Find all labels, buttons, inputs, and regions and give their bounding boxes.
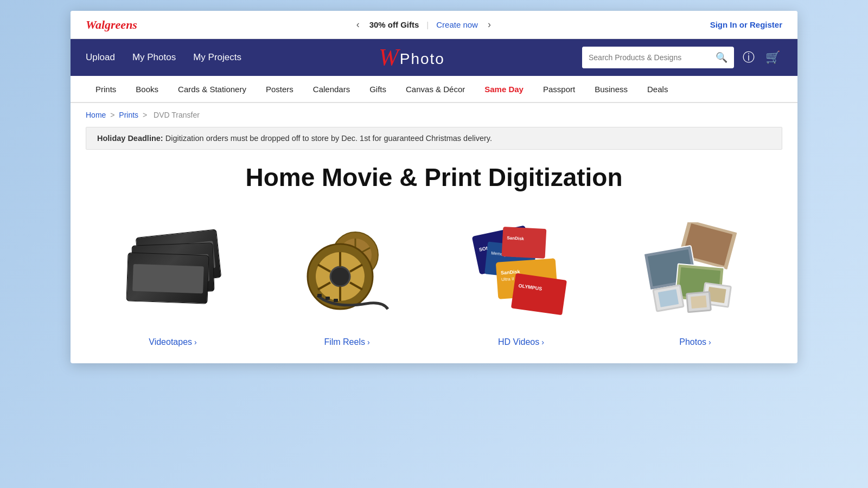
videotapes-arrow: ›: [194, 338, 197, 346]
nav-item-canvas[interactable]: Canvas & Décor: [396, 76, 475, 102]
product-videotapes[interactable]: Videotapes ›: [86, 211, 260, 363]
breadcrumb-home[interactable]: Home: [86, 111, 106, 119]
vhs-tape-3: [126, 252, 209, 304]
browser-window: Walgreens ‹ 30% off Gifts | Create now ›…: [71, 11, 797, 363]
nav-item-books[interactable]: Books: [126, 76, 168, 102]
nav-header: Upload My Photos My Projects W Photo 🔍 ⓘ…: [71, 39, 797, 76]
svg-text:Ultra II: Ultra II: [501, 277, 514, 282]
promo-prev-button[interactable]: ‹: [352, 18, 364, 31]
photos-arrow: ›: [709, 338, 711, 346]
videotapes-image: [86, 211, 260, 331]
nav-item-gifts[interactable]: Gifts: [360, 76, 396, 102]
search-input[interactable]: [582, 47, 709, 68]
videotapes-link[interactable]: Videotapes ›: [149, 337, 196, 363]
product-photos[interactable]: Photos ›: [608, 211, 782, 363]
svg-rect-28: [510, 273, 566, 316]
nav-item-same-day[interactable]: Same Day: [475, 76, 533, 102]
holiday-label: Holiday Deadline:: [97, 134, 163, 143]
nav-item-deals[interactable]: Deals: [637, 76, 678, 102]
promo-text: 30% off Gifts: [369, 20, 419, 29]
site-logo[interactable]: W Photo: [379, 46, 445, 69]
hero-title: Home Movie & Print Digitization: [71, 163, 797, 192]
svg-rect-39: [658, 289, 678, 307]
products-grid: Videotapes ›: [71, 211, 797, 363]
film-reels-image: [260, 211, 434, 331]
holiday-banner: Holiday Deadline: Digitization orders mu…: [86, 127, 782, 150]
promo-divider: |: [426, 20, 429, 29]
film-reels-link[interactable]: Film Reels ›: [324, 337, 369, 363]
breadcrumb-prints[interactable]: Prints: [119, 111, 138, 119]
hd-videos-arrow: ›: [541, 338, 544, 346]
sign-in-area: Sign In or Register: [710, 20, 782, 29]
sign-in-link[interactable]: Sign In or Register: [710, 20, 782, 29]
nav-item-posters[interactable]: Posters: [256, 76, 303, 102]
vhs-label-3: [133, 265, 203, 292]
product-film-reels[interactable]: Film Reels ›: [260, 211, 434, 363]
svg-rect-43: [691, 296, 707, 309]
logo-w: W: [379, 46, 399, 69]
film-reels-svg: [301, 225, 393, 317]
photos-svg: [644, 222, 747, 320]
help-icon[interactable]: ⓘ: [741, 47, 757, 68]
film-reels-arrow: ›: [367, 338, 370, 346]
svg-rect-19: [326, 297, 330, 300]
product-hd-videos[interactable]: SONY Memory Stick SanDisk Ultra II OLYMP…: [434, 211, 608, 363]
holiday-text: Digitization orders must be dropped off …: [165, 134, 492, 143]
search-button[interactable]: 🔍: [709, 47, 734, 68]
breadcrumb-sep1: >: [110, 111, 117, 119]
svg-rect-30: [501, 227, 546, 259]
breadcrumb-sep2: >: [143, 111, 149, 119]
svg-text:SanDisk: SanDisk: [507, 235, 525, 241]
breadcrumb: Home > Prints > DVD Transfer: [71, 103, 797, 127]
hd-videos-link[interactable]: HD Videos ›: [498, 337, 544, 363]
my-photos-link[interactable]: My Photos: [132, 52, 176, 63]
nav-left: Upload My Photos My Projects: [86, 52, 241, 63]
promo-link[interactable]: Create now: [436, 20, 478, 29]
my-projects-link[interactable]: My Projects: [193, 52, 241, 63]
main-nav: Prints Books Cards & Stationery Posters …: [71, 76, 797, 103]
cart-icon[interactable]: 🛒: [763, 48, 782, 67]
walgreens-logo: Walgreens: [86, 18, 137, 32]
nav-item-cards[interactable]: Cards & Stationery: [168, 76, 256, 102]
breadcrumb-current: DVD Transfer: [154, 111, 200, 119]
vhs-stack: [127, 233, 219, 309]
promo-area: ‹ 30% off Gifts | Create now ›: [137, 18, 710, 31]
promo-next-button[interactable]: ›: [483, 18, 495, 31]
upload-link[interactable]: Upload: [86, 52, 115, 63]
nav-item-business[interactable]: Business: [585, 76, 637, 102]
nav-item-prints[interactable]: Prints: [86, 76, 126, 102]
svg-rect-18: [317, 294, 322, 297]
top-bar: Walgreens ‹ 30% off Gifts | Create now ›…: [71, 11, 797, 39]
memory-cards-svg: SONY Memory Stick SanDisk Ultra II OLYMP…: [470, 225, 573, 317]
hd-videos-label: HD Videos: [498, 337, 539, 347]
photos-image: [608, 211, 782, 331]
nav-right: 🔍 ⓘ 🛒: [582, 47, 782, 68]
photos-link[interactable]: Photos ›: [679, 337, 711, 363]
search-box: 🔍: [582, 47, 734, 68]
hd-videos-image: SONY Memory Stick SanDisk Ultra II OLYMP…: [434, 211, 608, 331]
nav-item-passport[interactable]: Passport: [533, 76, 585, 102]
svg-point-11: [330, 267, 350, 286]
logo-photo: Photo: [400, 50, 445, 68]
videotapes-label: Videotapes: [149, 337, 192, 347]
nav-item-calendars[interactable]: Calendars: [303, 76, 360, 102]
photos-label: Photos: [679, 337, 706, 347]
film-reels-label: Film Reels: [324, 337, 365, 347]
svg-rect-20: [334, 299, 338, 302]
